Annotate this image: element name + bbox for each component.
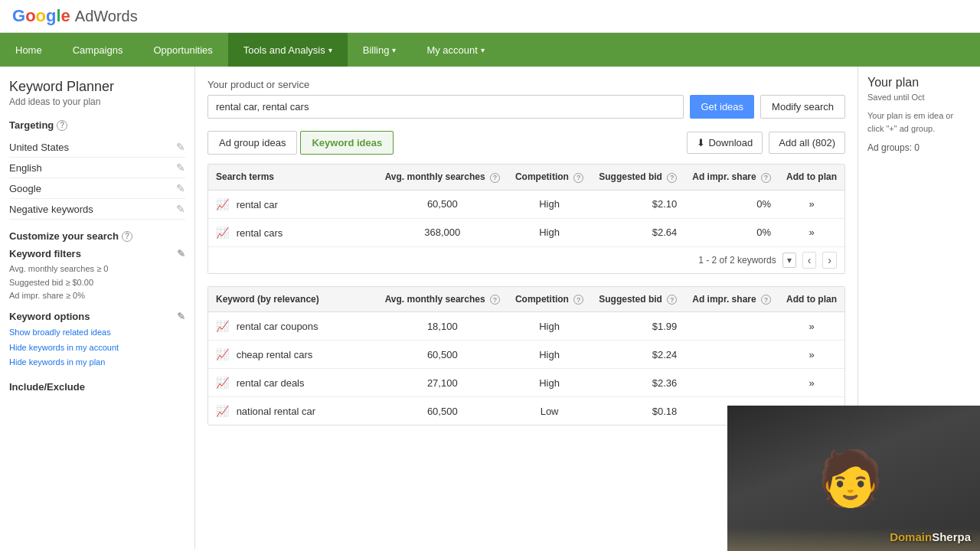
- add-to-plan-cell[interactable]: »: [779, 218, 844, 246]
- add-all-button[interactable]: Add all (802): [769, 132, 845, 154]
- edit-filters-icon[interactable]: ✎: [177, 248, 185, 259]
- targeting-country-value: United States: [9, 142, 69, 153]
- chart-icon[interactable]: 📈: [216, 198, 229, 210]
- nav-campaigns[interactable]: Campaigns: [57, 33, 139, 67]
- keyword-planner-subtitle: Add ideas to your plan: [9, 96, 185, 107]
- sidebar: Keyword Planner Add ideas to your plan T…: [0, 67, 195, 549]
- product-search-input[interactable]: [207, 95, 684, 119]
- next-page-button[interactable]: ›: [822, 252, 837, 269]
- ki-impr-help-icon[interactable]: ?: [761, 295, 771, 305]
- comp-help-icon[interactable]: ?: [573, 173, 583, 183]
- th-ki-add-to-plan: Add to plan: [779, 287, 844, 312]
- th-suggested-bid: Suggested bid ?: [591, 165, 684, 190]
- customize-help-icon[interactable]: ?: [122, 231, 132, 242]
- targeting-help-icon[interactable]: ?: [57, 120, 67, 131]
- th-ki-suggested-bid: Suggested bid ?: [591, 287, 684, 312]
- search-term-cell: 📈 rental cars: [208, 218, 377, 246]
- th-ad-impr: Ad impr. share ?: [684, 165, 779, 190]
- chart-icon[interactable]: 📈: [216, 377, 229, 389]
- ki-comp-help-icon[interactable]: ?: [573, 295, 583, 305]
- avg-help-icon[interactable]: ?: [490, 173, 500, 183]
- th-keyword-by-relevance: Keyword (by relevance): [208, 287, 377, 312]
- keyword-cell: 📈 cheap rental cars: [208, 341, 377, 369]
- prev-page-button[interactable]: ‹: [802, 252, 817, 269]
- impr-help-icon[interactable]: ?: [761, 173, 771, 183]
- logo: Google AdWords: [12, 6, 138, 26]
- th-search-terms: Search terms: [208, 165, 377, 190]
- tab-keyword-ideas[interactable]: Keyword ideas: [300, 131, 394, 155]
- bid-help-icon[interactable]: ?: [667, 173, 677, 183]
- bid-cell: $2.64: [591, 218, 684, 246]
- nav-tools[interactable]: Tools and Analysis▾: [228, 33, 348, 67]
- chart-icon[interactable]: 📈: [216, 405, 229, 417]
- product-label: Your product or service: [207, 79, 845, 90]
- keyword-cell: 📈 rental car deals: [208, 369, 377, 397]
- ki-impr-cell: [684, 369, 779, 397]
- competition-cell: High: [508, 218, 591, 246]
- nav-home[interactable]: Home: [0, 33, 57, 67]
- option-broadly[interactable]: Show broadly related ideas: [9, 325, 185, 341]
- ki-add-cell[interactable]: »: [779, 341, 844, 369]
- avg-monthly-cell: 368,000: [377, 218, 508, 246]
- download-button[interactable]: ⬇ Download: [687, 132, 763, 154]
- nav-my-account[interactable]: My account▾: [411, 33, 499, 67]
- keyword-options-title: Keyword options ✎: [9, 311, 185, 322]
- chart-icon[interactable]: 📈: [216, 348, 229, 360]
- targeting-network-value: Google: [9, 183, 41, 194]
- tab-ad-group-ideas[interactable]: Ad group ideas: [207, 131, 297, 155]
- ki-avg-cell: 27,100: [377, 369, 508, 397]
- search-terms-header-row: Search terms Avg. monthly searches ? Com…: [208, 165, 844, 190]
- search-row: Get ideas Modify search: [207, 95, 845, 119]
- plan-description: Your plan is em idea or click "+" ad gro…: [867, 109, 971, 135]
- add-to-plan-cell[interactable]: »: [779, 190, 844, 218]
- chevron-down-icon: ▾: [481, 46, 485, 54]
- chevron-down-icon: ▾: [392, 46, 396, 54]
- customize-label: Customize your search ?: [9, 230, 185, 242]
- pagination-text: 1 - 2 of 2 keywords: [698, 255, 776, 266]
- pagination: 1 - 2 of 2 keywords ▾ ‹ ›: [208, 246, 844, 273]
- video-placeholder: 🧑 DomainSherpa: [727, 406, 980, 551]
- th-ki-ad-impr: Ad impr. share ?: [684, 287, 779, 312]
- impr-cell: 0%: [684, 218, 779, 246]
- download-icon: ⬇: [697, 137, 705, 148]
- th-ki-avg-monthly: Avg. monthly searches ?: [377, 287, 508, 312]
- ki-impr-cell: [684, 341, 779, 369]
- ki-add-cell[interactable]: »: [779, 312, 844, 341]
- ki-avg-cell: 18,100: [377, 312, 508, 341]
- edit-negative-icon[interactable]: ✎: [176, 203, 185, 215]
- edit-language-icon[interactable]: ✎: [176, 161, 185, 174]
- edit-network-icon[interactable]: ✎: [176, 182, 185, 194]
- th-add-to-plan: Add to plan: [779, 165, 844, 190]
- ki-avg-cell: 60,500: [377, 397, 508, 425]
- targeting-language-value: English: [9, 162, 42, 174]
- nav-opportunities[interactable]: Opportunities: [138, 33, 227, 67]
- nav-billing[interactable]: Billing▾: [348, 33, 412, 67]
- th-ki-competition: Competition ?: [508, 287, 591, 312]
- ki-bid-help-icon[interactable]: ?: [667, 295, 677, 305]
- chart-icon[interactable]: 📈: [216, 320, 229, 332]
- ki-avg-help-icon[interactable]: ?: [490, 295, 500, 305]
- option-account[interactable]: Hide keywords in my account: [9, 341, 185, 356]
- ki-comp-cell: High: [508, 369, 591, 397]
- chart-icon[interactable]: 📈: [216, 227, 229, 239]
- modify-search-button[interactable]: Modify search: [760, 95, 845, 119]
- keyword-options-section: Keyword options ✎ Show broadly related i…: [9, 311, 185, 370]
- table-row: 📈 rental car coupons 18,100 High $1.99 »: [208, 312, 844, 341]
- ad-groups-count: Ad groups: 0: [867, 142, 971, 153]
- get-ideas-button[interactable]: Get ideas: [690, 95, 754, 119]
- targeting-label: Targeting ?: [9, 119, 185, 131]
- options-detail: Show broadly related ideas Hide keywords…: [9, 325, 185, 370]
- th-avg-monthly: Avg. monthly searches ?: [377, 165, 508, 190]
- table-row: 📈 rental car 60,500 High $2.10 0% »: [208, 190, 844, 218]
- option-plan[interactable]: Hide keywords in my plan: [9, 355, 185, 370]
- targeting-language: English ✎: [9, 158, 185, 178]
- keyword-cell: 📈 national rental car: [208, 397, 377, 425]
- edit-country-icon[interactable]: ✎: [176, 141, 185, 153]
- video-overlay: 🧑 DomainSherpa: [727, 406, 980, 551]
- sort-dropdown-icon[interactable]: ▾: [782, 253, 796, 268]
- ki-avg-cell: 60,500: [377, 341, 508, 369]
- edit-options-icon[interactable]: ✎: [177, 311, 185, 322]
- ki-bid-cell: $2.36: [591, 369, 684, 397]
- impr-cell: 0%: [684, 190, 779, 218]
- ki-add-cell[interactable]: »: [779, 369, 844, 397]
